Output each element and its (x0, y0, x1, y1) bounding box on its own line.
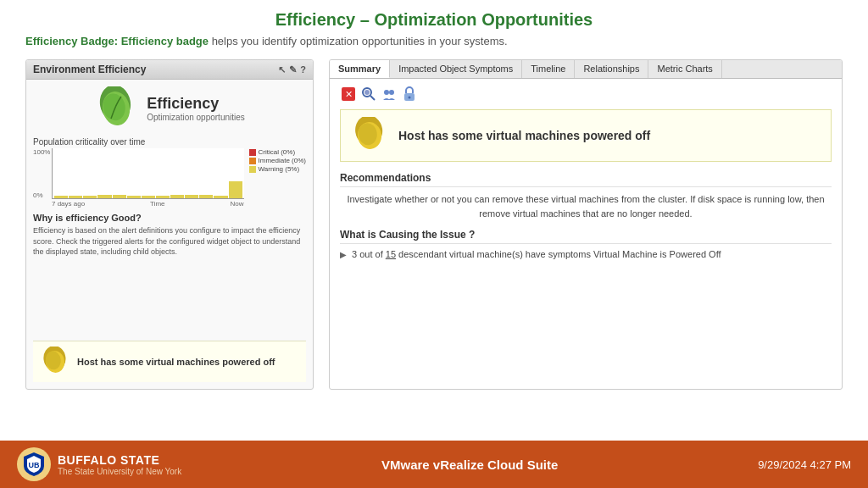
x-label-start: 7 days ago (52, 200, 85, 208)
alert-banner-text: Host has some virtual machines powered o… (398, 129, 650, 142)
efficiency-subtitle: Optimization opportunities (147, 113, 245, 122)
efficiency-title: Efficiency (147, 95, 245, 113)
legend-warning: Warning (5%) (249, 165, 306, 173)
causing-text-pre: 3 out of (352, 249, 386, 259)
footer-university: Buffalo State (58, 453, 181, 467)
left-panel: Environment Efficiency ↖ ✎ ? (25, 59, 314, 390)
legend-warning-label: Warning (5%) (259, 165, 300, 173)
alert-banner: Host has some virtual machines powered o… (340, 109, 832, 162)
bar-col-13 (229, 148, 242, 198)
bar-col-1 (54, 148, 68, 198)
alert-badge-small-icon (40, 347, 70, 377)
subtitle-bold: Efficiency Badge: Efficiency badge (25, 35, 209, 47)
subtitle-rest: helps you identify optimization opportun… (212, 35, 508, 47)
left-panel-header-icons: ↖ ✎ ? (278, 64, 306, 75)
bar-col-10 (185, 148, 198, 198)
legend-critical-color (249, 149, 256, 156)
why-title: Why is efficiency Good? (33, 213, 306, 223)
alert-banner-icon (351, 117, 388, 154)
tab-impacted[interactable]: Impacted Object Symptoms (390, 60, 522, 78)
legend-immediate: Immediate (0%) (249, 157, 306, 164)
tab-metric-charts[interactable]: Metric Charts (648, 60, 721, 78)
chart-area: 100% 0% (33, 148, 306, 208)
footer-logo-area: UB Buffalo State The State University of… (17, 447, 181, 481)
causing-text-post: descendant virtual machine(s) have sympt… (396, 249, 721, 259)
svg-point-11 (384, 90, 389, 95)
y-bottom: 0% (33, 191, 50, 199)
causing-title: What is Causing the Issue ? (340, 229, 832, 244)
lock-icon[interactable] (401, 86, 418, 103)
right-panel: Summary Impacted Object Symptoms Timelin… (329, 59, 843, 390)
efficiency-header-area: Efficiency Optimization opportunities (33, 86, 306, 130)
footer-logo-text: Buffalo State The State University of Ne… (58, 453, 181, 476)
chart-xaxis: 7 days ago Time Now (52, 200, 244, 208)
footer-date: 9/29/2024 4:27 PM (758, 458, 851, 471)
y-top: 100% (33, 148, 50, 156)
bar-col-5 (113, 148, 126, 198)
svg-point-14 (409, 97, 411, 99)
efficiency-text-block: Efficiency Optimization opportunities (147, 95, 245, 122)
bar-col-6 (127, 148, 141, 198)
alert-text-left: Host has some virtual machines powered o… (77, 357, 275, 367)
chart-legend: Critical (0%) Immediate (0%) Warning (5%… (249, 148, 306, 173)
svg-text:✕: ✕ (345, 89, 353, 99)
bar-col-2 (69, 148, 82, 198)
svg-point-9 (364, 90, 370, 95)
footer-center: VMware vRealize Cloud Suite (181, 458, 758, 472)
legend-immediate-color (249, 158, 256, 164)
bar-col-7 (142, 148, 155, 198)
svg-line-10 (370, 96, 375, 100)
bar-col-4 (97, 148, 111, 198)
causing-text: 3 out of 15 descendant virtual machine(s… (352, 249, 721, 259)
left-panel-title: Environment Efficiency (33, 64, 146, 75)
minimize-icon[interactable]: ↖ (278, 64, 286, 75)
bar-col-3 (83, 148, 97, 198)
bar-col-9 (170, 148, 184, 198)
tab-summary[interactable]: Summary (330, 60, 390, 78)
help-icon[interactable]: ? (300, 64, 306, 75)
recommendations-section: Recommendations Investigate whether or n… (340, 172, 832, 220)
footer-logo: UB (17, 447, 51, 481)
causing-text-link[interactable]: 15 (386, 249, 396, 259)
why-text: Efficiency is based on the alert definit… (33, 225, 306, 258)
page-title: Efficiency – Optimization Opportunities (25, 10, 843, 30)
chart-title: Population criticality over time (33, 137, 306, 147)
bar-col-11 (199, 148, 213, 198)
x-label-end: Now (231, 200, 244, 208)
tab-relationships[interactable]: Relationships (575, 60, 648, 78)
legend-critical: Critical (0%) (249, 148, 306, 156)
svg-point-12 (389, 90, 394, 95)
footer-suny: The State University of New York (58, 467, 181, 476)
bar-col-8 (156, 148, 170, 198)
tab-timeline[interactable]: Timeline (522, 60, 575, 78)
legend-immediate-label: Immediate (0%) (259, 157, 306, 164)
recommendations-text: Investigate whether or not you can remov… (340, 192, 832, 220)
alert-item-left: Host has some virtual machines powered o… (33, 341, 306, 382)
left-panel-body: Efficiency Optimization opportunities Po… (26, 80, 313, 389)
icon-toolbar: ✕ (340, 86, 832, 103)
left-panel-header: Environment Efficiency ↖ ✎ ? (26, 60, 313, 80)
group-icon[interactable] (381, 86, 398, 103)
chart-container: 100% 0% (33, 148, 244, 208)
x-label-mid: Time (150, 200, 164, 208)
legend-warning-color (249, 166, 256, 173)
chart-yaxis: 100% 0% (33, 148, 50, 199)
legend-critical-label: Critical (0%) (259, 148, 296, 156)
efficiency-badge-icon (94, 86, 138, 130)
right-panel-content: ✕ (330, 79, 842, 389)
causing-item: ▶ 3 out of 15 descendant virtual machine… (340, 249, 832, 259)
footer: UB Buffalo State The State University of… (0, 441, 868, 488)
recommendations-title: Recommendations (340, 172, 832, 187)
causing-arrow-icon: ▶ (340, 250, 347, 259)
chart-section: Population criticality over time 100% 0% (33, 137, 306, 208)
close-icon[interactable]: ✕ (340, 86, 357, 103)
bar-chart (52, 148, 244, 199)
why-section: Why is efficiency Good? Efficiency is ba… (33, 213, 306, 258)
page-subtitle: Efficiency Badge: Efficiency badge helps… (25, 35, 843, 47)
causing-section: What is Causing the Issue ? ▶ 3 out of 1… (340, 229, 832, 259)
tabs-bar: Summary Impacted Object Symptoms Timelin… (330, 60, 842, 79)
search-icon[interactable] (360, 86, 377, 103)
edit-icon[interactable]: ✎ (289, 64, 297, 75)
svg-text:UB: UB (29, 461, 40, 469)
panels-container: Environment Efficiency ↖ ✎ ? (25, 59, 843, 390)
